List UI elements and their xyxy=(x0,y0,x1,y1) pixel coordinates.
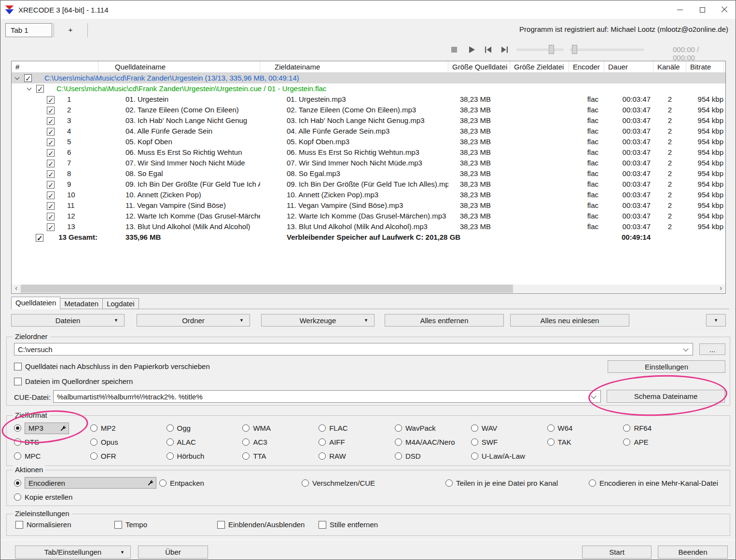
radio-icon[interactable] xyxy=(395,438,402,446)
ueber-button[interactable]: Über xyxy=(138,546,208,559)
radio-icon[interactable] xyxy=(14,479,21,487)
format-option-dsd[interactable]: DSD xyxy=(395,452,471,460)
format-option-ac3[interactable]: AC3 xyxy=(242,438,319,446)
einblenden-checkbox[interactable] xyxy=(217,521,225,529)
horizontal-scrollbar[interactable]: ‹ › xyxy=(12,285,725,293)
papierkorb-checkbox[interactable] xyxy=(14,363,22,370)
row-checkbox[interactable] xyxy=(47,213,55,220)
ordner-button[interactable]: Ordner ▼ xyxy=(137,314,250,327)
col-source-size[interactable]: Größe Quelldatei xyxy=(448,61,510,72)
col-source-name[interactable]: Quelldateiname xyxy=(98,61,260,72)
format-option-rf64[interactable]: RF64 xyxy=(623,424,699,432)
table-row[interactable]: 404. Alle Fünfe Gerade Sein04. Alle Fünf… xyxy=(12,126,725,137)
row-checkbox[interactable] xyxy=(47,107,55,114)
seek-slider[interactable] xyxy=(570,49,644,51)
table-row[interactable]: 101. Urgestein01. Urgestein.mp338,23 MBf… xyxy=(12,94,725,105)
option-mehrkanal[interactable]: Encodieren in eine Mehr-Kanal-Datei xyxy=(589,479,718,487)
table-row[interactable]: 808. So Egal08. So Egal.mp338,23 MBflac0… xyxy=(12,168,725,179)
table-row[interactable]: 606. Muss Es Erst So Richtig Wehtun06. M… xyxy=(12,147,725,158)
format-option-raw[interactable]: RAW xyxy=(319,452,395,460)
table-row[interactable]: 1313. Blut Und Alkohol (Milk And Alcohol… xyxy=(12,221,725,232)
format-option-ogg[interactable]: Ogg xyxy=(167,424,243,432)
radio-icon[interactable] xyxy=(14,438,21,446)
col-target-size[interactable]: Größe Zieldatei xyxy=(510,61,569,72)
radio-icon[interactable] xyxy=(319,438,326,446)
format-option-u-law-a-law[interactable]: U-Law/A-Law xyxy=(471,452,547,460)
format-option-wma[interactable]: WMA xyxy=(242,424,319,432)
format-option-tta[interactable]: TTA xyxy=(242,452,319,460)
radio-icon[interactable] xyxy=(395,452,402,460)
radio-icon[interactable] xyxy=(445,479,453,487)
radio-icon[interactable] xyxy=(90,438,97,446)
row-checkbox[interactable] xyxy=(47,170,55,178)
row-checkbox[interactable] xyxy=(47,191,55,199)
format-option-mpc[interactable]: MPC xyxy=(14,452,90,460)
radio-icon[interactable] xyxy=(302,479,309,487)
quellordner-checkbox[interactable] xyxy=(14,378,22,385)
format-option-aiff[interactable]: AIFF xyxy=(319,438,395,446)
table-row[interactable]: 707. Wir Sind Immer Noch Nicht Müde07. W… xyxy=(12,158,725,168)
previous-track-button[interactable] xyxy=(483,45,493,55)
scrollbar-thumb[interactable] xyxy=(21,285,513,293)
beenden-button[interactable]: Beenden xyxy=(658,546,728,559)
browse-button[interactable]: ... xyxy=(699,343,725,355)
scroll-left-icon[interactable]: ‹ xyxy=(12,285,20,293)
radio-icon[interactable] xyxy=(167,438,174,446)
col-target-name[interactable]: Zieldateiname xyxy=(260,61,448,72)
format-option-dts[interactable]: DTS xyxy=(14,438,90,446)
radio-icon[interactable] xyxy=(589,479,596,487)
radio-icon[interactable] xyxy=(242,438,250,446)
stop-button[interactable] xyxy=(449,45,459,55)
radio-icon[interactable] xyxy=(14,424,21,432)
radio-icon[interactable] xyxy=(242,424,250,432)
seek-slider-thumb[interactable] xyxy=(572,45,577,54)
row-checkbox[interactable] xyxy=(47,117,55,125)
dateien-button[interactable]: Dateien ▼ xyxy=(11,314,125,327)
option-teilen[interactable]: Teilen in je eine Datei pro Kanal xyxy=(445,479,558,487)
format-option-flac[interactable]: FLAC xyxy=(319,424,395,432)
table-row[interactable]: 505. Kopf Oben05. Kopf Oben.mp338,23 MBf… xyxy=(12,137,725,147)
radio-icon[interactable] xyxy=(242,452,250,460)
option-entpacken[interactable]: Entpacken xyxy=(159,479,204,487)
col-encoder[interactable]: Encoder xyxy=(569,61,604,72)
group-row-cue[interactable]: C:\Users\micha\Music\cd\Frank Zander\Urg… xyxy=(12,83,725,94)
next-track-button[interactable] xyxy=(500,45,509,55)
table-row[interactable]: 1111. Vegan Vampire (Sind Böse)11. Vegan… xyxy=(12,200,725,211)
format-option-wavpack[interactable]: WavPack xyxy=(395,424,471,432)
tab-metadaten[interactable]: Metadaten xyxy=(60,298,103,309)
stille-checkbox[interactable] xyxy=(319,521,326,529)
cue-schema-combo[interactable]: %albumartist%\%album%\%track2%. %title% xyxy=(53,390,601,403)
format-option-w64[interactable]: W64 xyxy=(547,424,624,432)
table-row[interactable]: 202. Tanze Eileen (Come On Eileen)02. Ta… xyxy=(12,105,725,115)
radio-icon[interactable] xyxy=(471,452,478,460)
alles-neu-einlesen-button[interactable]: Alles neu einlesen xyxy=(510,314,629,327)
group-row-folder[interactable]: C:\Users\micha\Music\cd\Frank Zander\Urg… xyxy=(12,73,725,83)
total-checkbox[interactable] xyxy=(36,234,43,242)
normalisieren-checkbox[interactable] xyxy=(15,521,23,529)
group-checkbox[interactable] xyxy=(24,74,32,82)
format-option-mp2[interactable]: MP2 xyxy=(90,424,167,432)
format-selected-box[interactable]: MP3 xyxy=(25,423,69,434)
row-checkbox[interactable] xyxy=(47,181,55,189)
row-checkbox[interactable] xyxy=(47,160,55,167)
option-normalisieren[interactable]: Normalisieren xyxy=(15,520,71,529)
close-button[interactable] xyxy=(713,0,736,19)
col-number[interactable]: # xyxy=(12,61,98,72)
format-option-swf[interactable]: SWF xyxy=(471,438,547,446)
row-checkbox[interactable] xyxy=(47,149,55,157)
maximize-button[interactable] xyxy=(691,0,713,19)
radio-icon[interactable] xyxy=(471,424,478,432)
row-checkbox[interactable] xyxy=(47,223,55,231)
wrench-icon[interactable] xyxy=(147,479,153,488)
einstellungen-button[interactable]: Einstellungen xyxy=(608,360,725,373)
radio-icon[interactable] xyxy=(14,452,21,460)
scroll-right-icon[interactable]: › xyxy=(717,285,725,293)
radio-icon[interactable] xyxy=(319,424,326,432)
add-tab-button[interactable]: + xyxy=(60,23,81,37)
format-option-tak[interactable]: TAK xyxy=(547,438,624,446)
zielordner-combo[interactable]: C:\versuch xyxy=(14,343,693,355)
radio-icon[interactable] xyxy=(14,493,21,501)
format-option-hörbuch[interactable]: Hörbuch xyxy=(167,452,243,460)
radio-icon[interactable] xyxy=(395,424,402,432)
format-option-ofr[interactable]: OFR xyxy=(90,452,167,460)
